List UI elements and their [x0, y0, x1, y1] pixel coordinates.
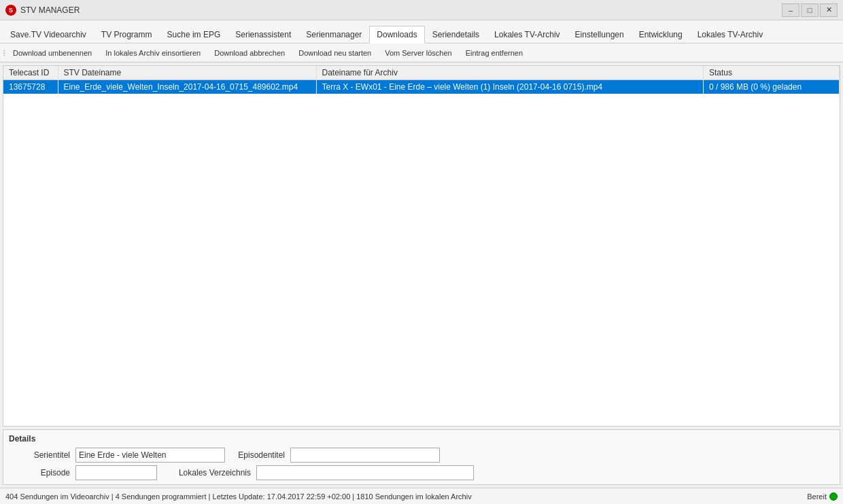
tab-downloads[interactable]: Downloads — [369, 26, 424, 43]
tab-serienmanager[interactable]: Serienmanager — [298, 25, 369, 43]
downloads-table: Telecast ID STV Dateiname Dateiname für … — [3, 66, 840, 94]
ready-label: Bereit — [807, 492, 827, 501]
episode-input[interactable] — [75, 465, 157, 480]
tab-suche-epg[interactable]: Suche im EPG — [160, 25, 228, 43]
status-dot — [829, 492, 838, 501]
maximize-button[interactable]: □ — [801, 3, 819, 17]
download-neu-starten-button[interactable]: Download neu starten — [292, 46, 377, 60]
toolbar: ⁝ Download umbenennen In lokales Archiv … — [0, 43, 843, 62]
eintrag-entfernen-button[interactable]: Eintrag entfernen — [460, 46, 529, 60]
cell-telecast-id: 13675728 — [3, 80, 58, 94]
lokales-verzeichnis-label: Lokales Verzeichnis — [162, 468, 251, 478]
close-button[interactable]: ✕ — [820, 3, 838, 17]
tab-tv-programm[interactable]: TV Programm — [94, 25, 160, 43]
tab-einstellungen[interactable]: Einstellungen — [568, 25, 632, 43]
vom-server-loeschen-button[interactable]: Vom Server löschen — [379, 46, 458, 60]
details-title: Details — [9, 434, 834, 444]
tab-save-tv[interactable]: Save.TV Videoarchiv — [3, 25, 94, 43]
status-text: 404 Sendungen im Videoarchiv | 4 Sendung… — [5, 492, 472, 501]
lokales-verzeichnis-input[interactable] — [256, 465, 474, 480]
status-indicator: Bereit — [807, 492, 838, 501]
minimize-button[interactable]: – — [782, 3, 799, 17]
in-archiv-einsortieren-button[interactable]: In lokales Archiv einsortieren — [99, 46, 207, 60]
main-content: Telecast ID STV Dateiname Dateiname für … — [0, 62, 843, 488]
window-controls: – □ ✕ — [782, 3, 838, 17]
download-abbrechen-button[interactable]: Download abbrechen — [208, 46, 291, 60]
status-bar: 404 Sendungen im Videoarchiv | 4 Sendung… — [0, 488, 843, 504]
episodentitel-input[interactable] — [290, 448, 440, 463]
tab-lokales-archiv-2[interactable]: Lokales TV-Archiv — [690, 25, 771, 43]
episodentitel-label: Episodentitel — [230, 450, 285, 460]
serientitel-input[interactable] — [75, 448, 225, 463]
details-row-serientitel: Serientitel Episodentitel — [9, 448, 834, 463]
details-row-episode: Episode Lokales Verzeichnis — [9, 465, 834, 480]
col-header-stv-dateiname: STV Dateiname — [58, 66, 316, 80]
download-umbenennen-button[interactable]: Download umbenennen — [7, 46, 98, 60]
serientitel-label: Serientitel — [9, 450, 70, 460]
downloads-table-container: Telecast ID STV Dateiname Dateiname für … — [3, 65, 840, 427]
cell-status: 0 / 986 MB (0 %) geladen — [704, 80, 840, 94]
details-fields: Serientitel Episodentitel Episode Lokale… — [9, 448, 834, 480]
app-title: STV MANAGER — [20, 5, 782, 15]
tab-seriendetails[interactable]: Seriendetails — [425, 25, 487, 43]
cell-stv-dateiname: Eine_Erde_viele_Welten_Inseln_2017-04-16… — [58, 80, 316, 94]
table-row[interactable]: 13675728Eine_Erde_viele_Welten_Inseln_20… — [3, 80, 840, 94]
tab-bar: Save.TV Videoarchiv TV Programm Suche im… — [0, 20, 843, 43]
toolbar-sep-left: ⁝ — [3, 48, 5, 58]
episode-label: Episode — [9, 468, 70, 478]
col-header-telecast-id: Telecast ID — [3, 66, 58, 80]
table-header-row: Telecast ID STV Dateiname Dateiname für … — [3, 66, 840, 80]
col-header-dateiname-archiv: Dateiname für Archiv — [316, 66, 704, 80]
app-icon: S — [5, 5, 16, 16]
cell-dateiname-archiv: Terra X - EWx01 - Eine Erde – viele Welt… — [316, 80, 704, 94]
title-bar: S STV MANAGER – □ ✕ — [0, 0, 843, 20]
col-header-status: Status — [704, 66, 840, 80]
details-panel: Details Serientitel Episodentitel Episod… — [3, 429, 840, 485]
tab-serienassistent[interactable]: Serienassistent — [228, 25, 298, 43]
tab-entwicklung[interactable]: Entwicklung — [632, 25, 690, 43]
tab-lokales-archiv-1[interactable]: Lokales TV-Archiv — [487, 25, 568, 43]
